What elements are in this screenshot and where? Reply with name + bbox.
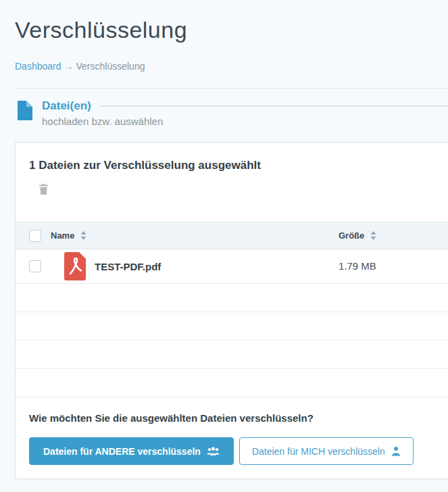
file-size: 1.79 MB — [339, 260, 376, 272]
files-section-title: Datei(en) — [42, 99, 91, 113]
breadcrumb-separator: → — [64, 61, 74, 72]
empty-table-row — [16, 341, 448, 369]
empty-table-row — [16, 312, 448, 341]
action-buttons-row: Dateien für ANDERE verschlüsseln D — [29, 437, 436, 465]
encryption-question: Wie möchten Sie die ausgewählten Dateien… — [29, 412, 436, 424]
file-table-header-row: Name Größe — [16, 222, 448, 249]
card-header-area: 1 Dateien zur Verschlüsselung ausgewählt — [16, 143, 448, 197]
file-table-row[interactable]: TEST-PDF.pdf 1.79 MB — [16, 249, 448, 284]
column-header-name[interactable]: Name — [51, 230, 339, 241]
file-name: TEST-PDF.pdf — [95, 261, 161, 272]
file-table: Name Größe — [16, 222, 448, 397]
empty-table-row — [16, 284, 448, 312]
files-section-texts: Datei(en) hochladen bzw. auswählen — [42, 99, 448, 127]
sort-icon[interactable] — [80, 231, 86, 240]
files-card: 1 Dateien zur Verschlüsselung ausgewählt — [15, 142, 448, 479]
user-icon — [391, 446, 401, 456]
card-actions-area: Wie möchten Sie die ausgewählten Dateien… — [16, 397, 448, 478]
breadcrumb: Dashboard→Verschlüsselung — [15, 61, 448, 72]
trash-icon — [39, 187, 48, 197]
page-title: Verschlüsselung — [15, 0, 448, 43]
encrypt-for-me-button[interactable]: Dateien für MICH verschlüsseln — [239, 437, 414, 465]
page: Verschlüsselung Dashboard→Verschlüsselun… — [0, 0, 448, 479]
selection-count-heading: 1 Dateien zur Verschlüsselung ausgewählt — [29, 159, 436, 172]
delete-selection-button[interactable] — [39, 184, 48, 195]
page-divider — [15, 88, 448, 89]
file-table-body: TEST-PDF.pdf 1.79 MB — [16, 249, 448, 397]
breadcrumb-current: Verschlüsselung — [76, 61, 145, 72]
files-section-header: Datei(en) hochladen bzw. auswählen — [15, 99, 448, 127]
encrypt-for-others-button[interactable]: Dateien für ANDERE verschlüsseln — [29, 437, 234, 465]
file-icon — [17, 101, 32, 123]
breadcrumb-dashboard-link[interactable]: Dashboard — [15, 61, 61, 72]
column-header-size[interactable]: Größe — [339, 230, 448, 241]
row-checkbox[interactable] — [29, 260, 41, 272]
empty-table-row — [16, 369, 448, 397]
sort-icon[interactable] — [370, 231, 376, 240]
pdf-file-icon — [64, 252, 86, 280]
section-rule — [99, 105, 448, 107]
select-all-checkbox[interactable] — [29, 230, 41, 242]
users-icon — [207, 446, 220, 456]
files-section-subtitle: hochladen bzw. auswählen — [42, 116, 448, 127]
